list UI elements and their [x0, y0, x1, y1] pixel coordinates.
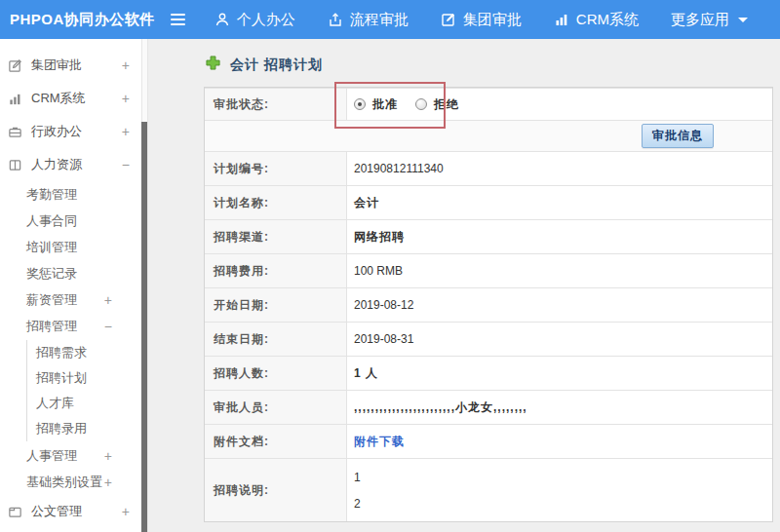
- sidebar-item-admin-office[interactable]: 行政办公 +: [0, 115, 147, 148]
- chevron-down-icon: [738, 18, 748, 22]
- sidebar-item-vehicle[interactable]: 用车管理 +: [0, 528, 147, 532]
- field-label: 招聘说明:: [205, 459, 347, 521]
- sidebar-item-group-approval[interactable]: 集团审批 +: [0, 49, 147, 82]
- sidebar-item-personnel[interactable]: 人事管理 +: [26, 442, 147, 469]
- sidebar-item-recruit-plan[interactable]: 招聘计划: [27, 365, 147, 391]
- form-row-end-date: 结束日期: 2019-08-31: [205, 322, 772, 356]
- description-line: 1: [354, 471, 361, 484]
- page-title: 会计 招聘计划: [230, 57, 323, 74]
- nav-label: 更多应用: [671, 11, 729, 29]
- form-row-attachment: 附件文档: 附件下载: [205, 424, 772, 458]
- topbar: PHPOA协同办公软件 个人办公 流程审批: [0, 0, 780, 39]
- field-label: 审批人员:: [205, 391, 347, 424]
- field-label: 开始日期:: [205, 288, 347, 322]
- nav-crm-system[interactable]: CRM系统: [554, 11, 639, 29]
- user-icon: [214, 12, 230, 27]
- bar-chart-icon: [554, 12, 569, 27]
- nav-flow-approval[interactable]: 流程审批: [328, 11, 409, 29]
- field-value: 1 2: [347, 459, 772, 521]
- nav-label: 集团审批: [463, 11, 522, 29]
- flow-approval-icon: [328, 12, 343, 27]
- expand-plus-icon[interactable]: +: [104, 449, 112, 463]
- expand-plus-icon[interactable]: +: [122, 92, 130, 105]
- field-value: 批准 拒绝: [347, 89, 772, 120]
- attachment-download-link[interactable]: 附件下载: [354, 434, 405, 450]
- document-icon: [8, 505, 23, 519]
- field-value: ,,,,,,,,,,,,,,,,,,,,,,,,小龙女,,,,,,,,: [347, 391, 772, 424]
- form-row-start-date: 开始日期: 2019-08-12: [205, 287, 772, 322]
- nav-more-apps[interactable]: 更多应用: [671, 11, 748, 29]
- sidebar-item-salary[interactable]: 薪资管理 +: [26, 286, 147, 313]
- sidebar-item-recruit-hire[interactable]: 招聘录用: [27, 416, 147, 441]
- sidebar-item-training[interactable]: 培训管理: [26, 234, 147, 260]
- form-row-plan-number: 计划编号: 20190812111340: [205, 151, 772, 185]
- field-label: 计划编号:: [205, 152, 347, 185]
- field-label: 招聘渠道:: [205, 220, 347, 253]
- sidebar-item-rewards[interactable]: 奖惩记录: [26, 260, 147, 286]
- field-value: 1 人: [347, 357, 772, 390]
- sidebar-item-talent-pool[interactable]: 人才库: [27, 391, 147, 416]
- nav-label: 流程审批: [350, 11, 409, 29]
- menu-toggle-icon[interactable]: [171, 14, 185, 25]
- page-header: 会计 招聘计划: [206, 56, 773, 74]
- nav-personal-office[interactable]: 个人办公: [214, 11, 295, 29]
- sidebar-item-base-category[interactable]: 基础类别设置 +: [26, 469, 147, 495]
- radio-reject-label: 拒绝: [434, 96, 459, 113]
- sidebar-item-recruitment[interactable]: 招聘管理 −: [26, 313, 147, 339]
- expand-plus-icon[interactable]: +: [104, 475, 112, 489]
- sidebar-scrollbar-thumb[interactable]: [141, 122, 147, 532]
- briefcase-icon: [8, 125, 23, 139]
- approve-info-button[interactable]: 审批信息: [642, 124, 714, 148]
- sidebar-item-recruit-demand[interactable]: 招聘需求: [27, 340, 147, 365]
- description-line: 2: [354, 497, 361, 511]
- sidebar-item-attendance[interactable]: 考勤管理: [26, 181, 147, 208]
- field-value: 100 RMB: [347, 254, 772, 287]
- field-label: 计划名称:: [205, 186, 347, 219]
- field-label: 招聘费用:: [205, 254, 347, 287]
- expand-plus-icon[interactable]: +: [104, 293, 112, 307]
- nav-label: 个人办公: [237, 11, 295, 29]
- sidebar-item-hr[interactable]: 人力资源 −: [0, 148, 147, 181]
- top-navigation: 个人办公 流程审批 集团审批: [214, 11, 780, 29]
- expand-plus-icon[interactable]: +: [122, 125, 130, 138]
- field-value: 20190812111340: [347, 152, 772, 185]
- app-window: PHPOA协同办公软件 个人办公 流程审批: [0, 0, 780, 532]
- approval-form-table: 审批状态: 批准 拒绝 审批信息 计: [204, 87, 773, 522]
- field-value: 2019-08-12: [347, 288, 772, 322]
- sidebar-item-hr-contract[interactable]: 人事合同: [26, 208, 147, 234]
- form-row-button: 审批信息: [205, 120, 772, 151]
- form-row-plan-name: 计划名称: 会计: [205, 185, 772, 219]
- sidebar: 集团审批 + CRM系统 + 行政办公 +: [0, 39, 148, 532]
- approval-status-radios: 批准 拒绝: [354, 96, 477, 113]
- field-value: 网络招聘: [347, 220, 772, 253]
- field-label: 附件文档:: [205, 425, 347, 458]
- form-row-status: 审批状态: 批准 拒绝: [205, 88, 772, 120]
- expand-plus-icon[interactable]: +: [122, 505, 130, 518]
- field-label: 结束日期:: [205, 323, 347, 356]
- sidebar-item-official-docs[interactable]: 公文管理 +: [0, 495, 147, 528]
- edit-square-icon: [441, 12, 456, 27]
- sidebar-item-crm[interactable]: CRM系统 +: [0, 82, 147, 115]
- green-plus-icon: [206, 56, 220, 74]
- collapse-minus-icon[interactable]: −: [104, 320, 112, 333]
- edit-square-icon: [8, 58, 23, 73]
- field-value: 附件下载: [347, 425, 772, 458]
- field-label: 招聘人数:: [205, 357, 347, 390]
- nav-label: CRM系统: [576, 11, 639, 29]
- hr-submenu: 考勤管理 人事合同 培训管理 奖惩记录 薪资管理 + 招聘管理 −: [26, 181, 147, 495]
- radio-approve-label: 批准: [372, 96, 398, 113]
- book-icon: [8, 158, 23, 172]
- sidebar-scrollbar-track[interactable]: [141, 39, 147, 532]
- field-label: 审批状态:: [205, 89, 347, 120]
- nav-group-approval[interactable]: 集团审批: [441, 11, 522, 29]
- main-content: 会计 招聘计划 审批状态: 批准 拒绝: [148, 39, 780, 532]
- form-row-description: 招聘说明: 1 2: [205, 458, 772, 521]
- bar-chart-icon: [8, 92, 23, 106]
- radio-reject[interactable]: [415, 98, 427, 110]
- recruitment-submenu: 招聘需求 招聘计划 人才库 招聘录用: [26, 340, 147, 441]
- form-row-recruit-cost: 招聘费用: 100 RMB: [205, 253, 772, 287]
- collapse-minus-icon[interactable]: −: [122, 158, 130, 171]
- field-value: 会计: [347, 186, 772, 219]
- expand-plus-icon[interactable]: +: [122, 58, 130, 72]
- radio-approve[interactable]: [354, 98, 366, 110]
